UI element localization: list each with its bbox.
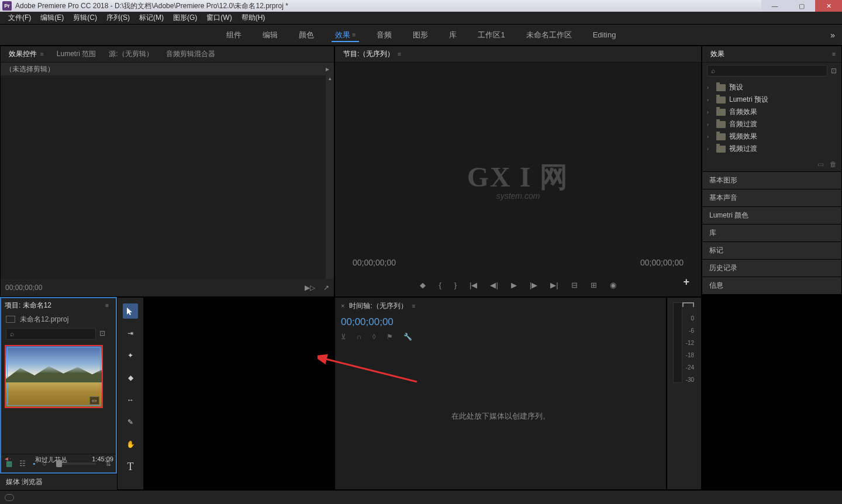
find-camera-icon[interactable]: ⊡ [99,329,111,339]
menu-edit[interactable]: 编辑(E) [36,13,68,23]
timeline-marker-icon[interactable]: ◊ [372,333,376,341]
tree-video-effects[interactable]: ›视频效果 [702,130,841,143]
ws-tab-assembly[interactable]: 组件 [216,25,252,46]
timeline-settings-icon[interactable]: ⚑ [387,333,393,341]
lift-icon[interactable]: ⊟ [571,281,578,289]
ec-icon-1[interactable]: ▶▷ [305,284,315,292]
step-back-icon[interactable]: ◀| [490,281,498,289]
ws-tab-editing[interactable]: 编辑 [252,25,288,46]
timeline-body[interactable]: 在此处放下媒体以创建序列。 [335,343,666,489]
timeline-close-icon[interactable]: × [341,302,344,309]
effects-panel-menu-icon[interactable]: ≡ [829,51,839,57]
panel-info[interactable]: 信息 [702,277,842,295]
tree-audio-effects[interactable]: ›音频效果 [702,106,841,118]
tree-lumetri[interactable]: ›Lumetri 预设 [702,94,841,106]
effects-footer: ▭ 🗑 [702,157,841,171]
menu-window[interactable]: 窗口(W) [202,13,236,23]
minimize-button[interactable]: — [761,0,788,12]
timeline-wrench-icon[interactable]: 🔧 [403,333,412,341]
tree-audio-trans[interactable]: ›音频过渡 [702,118,841,130]
tab-lumetri-scopes[interactable]: Lumetri 范围 [51,46,102,63]
tree-video-trans[interactable]: ›视频过渡 [702,143,841,155]
program-menu-icon[interactable]: ≡ [398,51,401,57]
menu-file[interactable]: 文件(F) [4,13,36,23]
tool-selection[interactable] [123,303,138,319]
menu-clip[interactable]: 剪辑(C) [68,13,102,23]
ws-tab-editing2[interactable]: Editing [582,25,627,46]
goto-out-icon[interactable]: ▶| [550,281,558,289]
add-marker-icon[interactable]: ◆ [420,281,426,289]
effects-panel-tabs: 效果 ≡ [702,46,841,63]
scrollbar[interactable]: ▴ [326,75,334,279]
panel-lumetri-color[interactable]: Lumetri 颜色 [702,207,842,225]
menu-help[interactable]: 帮助(H) [237,13,270,23]
goto-in-icon[interactable]: |◀ [470,281,477,289]
panel-menu-icon[interactable]: ≡ [40,51,44,57]
tab-effect-controls[interactable]: 效果控件≡ [3,46,50,63]
media-browser-tab[interactable]: 媒体 浏览器 [0,474,117,490]
status-icon[interactable] [5,494,14,501]
workspace-overflow-button[interactable]: » [830,30,835,40]
program-tab[interactable]: 节目:（无序列）≡ [337,46,407,63]
ws-tab-unnamed[interactable]: 未命名工作区 [516,25,582,46]
project-search-input[interactable]: ⌕ [6,328,96,340]
tab-source[interactable]: 源:（无剪辑） [103,46,158,63]
export-frame-icon[interactable]: ◉ [610,281,616,289]
timeline-menu-icon[interactable]: ≡ [412,303,416,309]
menu-sequence[interactable]: 序列(S) [102,13,134,23]
play-icon[interactable]: ▶ [511,281,517,289]
project-bin[interactable]: ▭ ◄· 和过儿花丛 1:45:09 [1,341,116,454]
window-title: Adobe Premiere Pro CC 2018 - D:\我的文档\Ado… [15,1,288,11]
clip-thumbnail[interactable]: ▭ [5,345,103,408]
timeline-timecode[interactable]: 00;00;00;00 [335,314,666,330]
new-folder-icon[interactable]: ▭ [817,160,824,168]
ws-tab-audio[interactable]: 音频 [366,25,402,46]
ec-play-icon[interactable]: ▸ [326,65,329,73]
ec-icon-2[interactable]: ↗ [323,284,329,292]
ws-tab-graphics[interactable]: 图形 [402,25,439,46]
panel-libraries[interactable]: 库 [702,225,842,242]
close-button[interactable]: ✕ [815,0,842,12]
meter-level-6: -6 [689,327,694,334]
add-button-icon[interactable]: + [683,276,689,288]
mark-in-icon[interactable]: { [439,281,441,289]
extract-icon[interactable]: ⊞ [591,281,597,289]
effects-tab[interactable]: 效果 [705,46,730,63]
tool-ripple[interactable]: ✦ [123,348,138,363]
effects-panel: 效果 ≡ ⌕ ⊡ ›预设 ›Lumetri 预设 ›音频效果 ›音频过渡 ›视频… [702,46,842,172]
maximize-button[interactable]: ▢ [788,0,815,12]
delete-icon[interactable]: 🗑 [830,160,837,168]
ws-tab-custom1[interactable]: 工作区1 [467,25,515,46]
tool-pen[interactable]: ✎ [123,415,138,430]
panel-markers[interactable]: 标记 [702,242,842,260]
tool-track-select[interactable]: ⇥ [123,326,138,341]
ws-tab-effects[interactable]: 效果≡ [325,25,367,46]
menu-marker[interactable]: 标记(M) [134,13,168,23]
ws-tab-library[interactable]: 库 [439,25,467,46]
project-title[interactable]: 项目: 未命名12 [5,301,51,310]
tab-audio-clip-mixer[interactable]: 音频剪辑混合器 [160,46,221,63]
project-menu-icon[interactable]: ≡ [102,302,112,309]
timeline-empty-text: 在此处放下媒体以创建序列。 [451,411,550,422]
panel-essential-graphics[interactable]: 基本图形 [702,172,842,189]
ws-tab-menu-icon[interactable]: ≡ [353,32,356,38]
mark-out-icon[interactable]: } [454,281,457,289]
timeline-snap-icon[interactable]: ⊻ [341,333,346,341]
menu-graphics[interactable]: 图形(G) [168,13,202,23]
tree-presets[interactable]: ›预设 [702,81,841,94]
tool-hand[interactable]: ✋ [123,437,138,452]
effects-search-input[interactable]: ⌕ [707,65,827,77]
timeline-link-icon[interactable]: ∩ [357,333,362,341]
zoom-handle[interactable] [56,460,62,467]
tool-razor[interactable]: ◆ [123,370,138,385]
tool-slip[interactable]: ↔ [123,392,138,408]
panel-history[interactable]: 历史记录 [702,260,842,277]
panel-essential-sound[interactable]: 基本声音 [702,189,842,207]
step-fwd-icon[interactable]: |▶ [530,281,537,289]
ws-tab-color[interactable]: 颜色 [288,25,325,46]
tool-type[interactable]: T [123,459,138,474]
effects-new-bin-icon[interactable]: ⊡ [831,67,837,75]
chevron-right-icon: › [707,134,713,140]
zoom-slider[interactable] [56,462,96,465]
scroll-up-icon[interactable]: ▴ [326,75,334,84]
